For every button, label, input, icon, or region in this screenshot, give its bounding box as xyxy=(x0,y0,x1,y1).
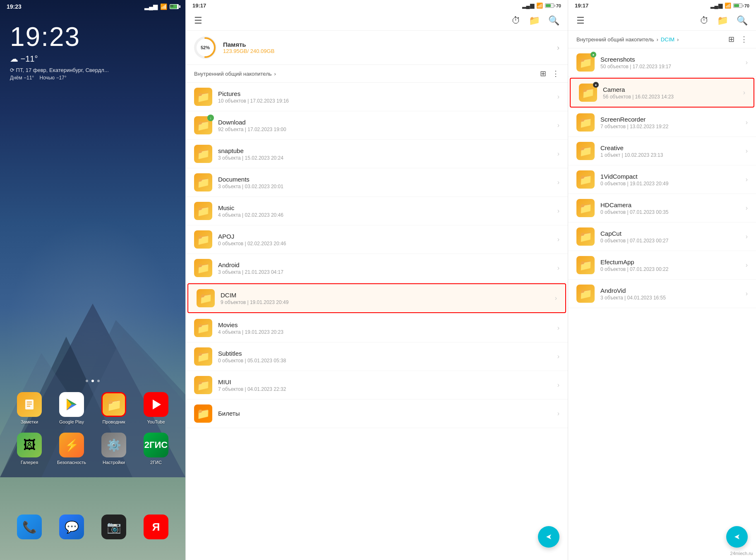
folder-name: Download xyxy=(218,119,552,126)
fm2-search-icon[interactable]: 🔍 xyxy=(737,15,748,26)
file-info: EfectumApp 0 объектов | 07.01.2023 00:22 xyxy=(600,258,740,272)
item-arrow: › xyxy=(746,147,748,155)
app-row-1: Заметки Google Play 📁 Проводник xyxy=(8,392,177,424)
app-messages[interactable]: 💬 xyxy=(55,515,88,539)
file-info: Subtitles 0 объектов | 05.01.2023 05:38 xyxy=(218,350,552,364)
notes-icon xyxy=(17,392,42,417)
fm1-signal: ▂▄▆ xyxy=(522,2,534,9)
fm1-menu-icon[interactable]: ☰ xyxy=(194,15,202,26)
folder-movies[interactable]: 📁 Movies 4 объекта | 19.01.2023 20:23 › xyxy=(186,314,568,342)
fm1-more-icon[interactable]: ⋮ xyxy=(552,69,559,78)
fm1-folder-icon[interactable]: 📁 xyxy=(529,15,540,26)
app-camera[interactable]: 📷 xyxy=(97,515,130,539)
folder-icon: 📁 xyxy=(576,113,595,132)
folder-icon: 📁 xyxy=(197,289,215,307)
watermark: 24miech.ru xyxy=(730,551,753,556)
folder-name: HDCamera xyxy=(600,201,740,208)
file-info: Camera 56 объектов | 16.02.2023 14:23 xyxy=(603,86,737,100)
folder-icon: 📁 xyxy=(194,230,212,249)
file-info: Screenshots 50 объектов | 17.02.2023 19:… xyxy=(600,56,740,69)
fm1-recent-icon[interactable]: ⏱ xyxy=(511,15,521,26)
folder-miui[interactable]: 📁 MIUI 7 объектов | 04.01.2023 22:32 › xyxy=(186,371,568,400)
youtube-icon xyxy=(144,392,168,417)
file-info: AndroVid 3 объекта | 04.01.2023 16:55 xyxy=(600,287,740,301)
fm1-storage-info: Память 123.95GB/ 240.09GB xyxy=(223,41,550,54)
home-weather: ☁ −11° xyxy=(10,54,175,64)
fm2-fab[interactable] xyxy=(726,526,748,548)
item-arrow: › xyxy=(746,176,748,183)
item-arrow: › xyxy=(743,89,745,96)
fm1-search-icon[interactable]: 🔍 xyxy=(548,15,559,26)
folder-efectumapp[interactable]: 📁 EfectumApp 0 объектов | 07.01.2023 00:… xyxy=(568,251,756,280)
settings-label: Настройки xyxy=(103,460,125,465)
folder-meta: 92 объекта | 17.02.2023 19:00 xyxy=(218,127,552,132)
security-label: Безопасность xyxy=(57,460,86,465)
app-2gis[interactable]: 2ГИС 2ГИС xyxy=(139,433,173,465)
folder-name: Pictures xyxy=(218,90,552,97)
home-time-small: 19:23 xyxy=(7,3,22,10)
fm1-battery xyxy=(545,3,554,8)
fm2-menu-icon[interactable]: ☰ xyxy=(576,15,585,26)
fm1-fab[interactable] xyxy=(538,526,559,548)
youtube-label: YouTube xyxy=(147,419,165,424)
folder-pictures[interactable]: 📁 Pictures 10 объектов | 17.02.2023 19:1… xyxy=(186,83,568,111)
dock-row: 📞 💬 📷 Я xyxy=(8,515,177,539)
app-notes[interactable]: Заметки xyxy=(13,392,46,424)
folder-icon: 📁 ● xyxy=(576,53,595,72)
messages-icon: 💬 xyxy=(59,515,84,539)
folder-icon: 📁 xyxy=(194,173,212,191)
app-youtube[interactable]: YouTube xyxy=(139,392,173,424)
folder-meta: 0 объектов | 07.01.2023 00:35 xyxy=(600,209,740,215)
folder-android[interactable]: 📁 Android 3 объекта | 21.01.2023 04:17 › xyxy=(186,254,568,282)
folder-snaptube[interactable]: 📁 snaptube 3 объекта | 15.02.2023 20:24 … xyxy=(186,140,568,168)
phone-icon: 📞 xyxy=(17,515,42,539)
settings-icon: ⚙️ xyxy=(101,433,126,457)
folder-name: CapCut xyxy=(600,230,740,237)
file-info: APOJ 0 объектов | 02.02.2023 20:46 xyxy=(218,233,552,246)
folder-documents[interactable]: 📁 Documents 3 объекта | 03.02.2023 20:01… xyxy=(186,168,568,197)
folder-subtitles[interactable]: 📁 Subtitles 0 объектов | 05.01.2023 05:3… xyxy=(186,342,568,371)
dot-2 xyxy=(91,380,94,382)
fm1-storage-card[interactable]: 52% Память 123.95GB/ 240.09GB › xyxy=(186,31,568,65)
fm2-grid-icon[interactable]: ⊞ xyxy=(728,35,734,44)
fm1-breadcrumb: Внутренний общий накопитель › ⊞ ⋮ xyxy=(186,65,568,83)
fm1-breadcrumb-arrow: › xyxy=(274,71,276,77)
fm2-breadcrumb-1: Внутренний общий накопитель xyxy=(576,36,654,43)
folder-name: Music xyxy=(218,204,552,211)
app-gallery[interactable]: 🖼 Галерея xyxy=(13,433,46,465)
fm2-more-icon[interactable]: ⋮ xyxy=(740,35,748,44)
folder-1vidcompact[interactable]: 📁 1VidCompact 0 объектов | 19.01.2023 20… xyxy=(568,165,756,194)
item-arrow: › xyxy=(746,261,748,269)
folder-apoj[interactable]: 📁 APOJ 0 объектов | 02.02.2023 20:46 › xyxy=(186,225,568,254)
folder-download[interactable]: 📁 ↓ Download 92 объекта | 17.02.2023 19:… xyxy=(186,111,568,140)
folder-camera[interactable]: 📁 ● Camera 56 объектов | 16.02.2023 14:2… xyxy=(570,78,754,108)
folder-screenshots[interactable]: 📁 ● Screenshots 50 объектов | 17.02.2023… xyxy=(568,48,756,77)
fm2-recent-icon[interactable]: ⏱ xyxy=(700,15,709,26)
fm2-folder-icon[interactable]: 📁 xyxy=(717,15,728,26)
folder-dcim[interactable]: 📁 DCIM 9 объектов | 19.01.2023 20:49 › xyxy=(187,283,566,313)
app-settings[interactable]: ⚙️ Настройки xyxy=(97,433,130,465)
fm1-battery-pct: 70 xyxy=(556,3,561,8)
folder-androvid[interactable]: 📁 AndroVid 3 объекта | 04.01.2023 16:55 … xyxy=(568,280,756,308)
app-google-play[interactable]: Google Play xyxy=(55,392,88,424)
app-files[interactable]: 📁 Проводник xyxy=(97,392,130,424)
folder-music[interactable]: 📁 Music 4 объекта | 02.02.2023 20:46 › xyxy=(186,197,568,225)
file-info: Download 92 объекта | 17.02.2023 19:00 xyxy=(218,119,552,132)
item-arrow: › xyxy=(557,236,559,243)
file-info: Creative 1 объект | 10.02.2023 23:13 xyxy=(600,144,740,158)
folder-tickets[interactable]: 📁 Билеты › xyxy=(186,400,568,428)
2gis-icon: 2ГИС xyxy=(144,433,168,457)
home-screen: 19:23 ▂▄▆ 📶 69 19:23 ☁ −11° ⟳ ПТ, 17 фев… xyxy=(0,0,185,560)
folder-icon: 📁 xyxy=(194,88,212,106)
folder-capcut[interactable]: 📁 CapCut 0 объектов | 07.01.2023 00:27 › xyxy=(568,223,756,251)
app-security[interactable]: ⚡ Безопасность xyxy=(55,433,88,465)
app-phone[interactable]: 📞 xyxy=(13,515,46,539)
folder-screenrecorder[interactable]: 📁 ScreenRecorder 7 объектов | 13.02.2023… xyxy=(568,108,756,137)
folder-creative[interactable]: 📁 Creative 1 объект | 10.02.2023 23:13 › xyxy=(568,137,756,165)
item-arrow: › xyxy=(557,122,559,129)
app-yandex[interactable]: Я xyxy=(139,515,173,539)
item-arrow: › xyxy=(746,233,748,240)
folder-meta: 7 объектов | 13.02.2023 19:22 xyxy=(600,124,740,129)
folder-hdcamera[interactable]: 📁 HDCamera 0 объектов | 07.01.2023 00:35… xyxy=(568,194,756,223)
fm1-grid-icon[interactable]: ⊞ xyxy=(540,69,546,78)
